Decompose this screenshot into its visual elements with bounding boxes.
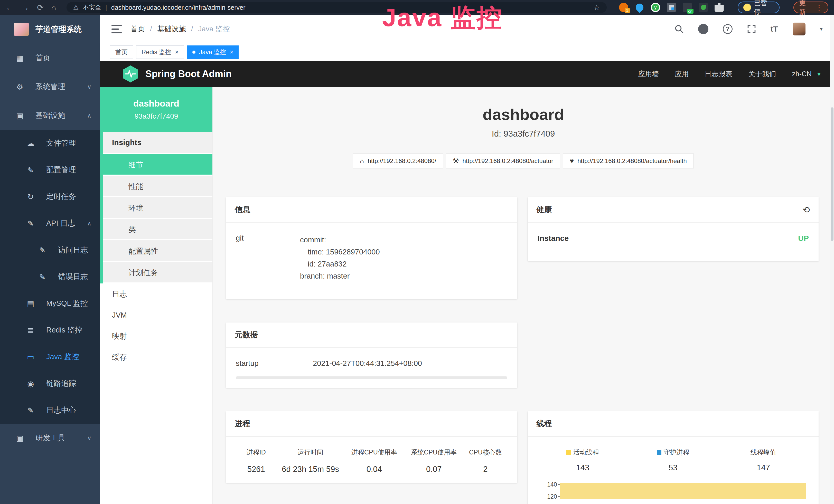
threads-chart: 140 120 100	[537, 481, 809, 504]
sidebar-item-trace[interactable]: ◉ 链路追踪	[0, 370, 100, 397]
active-dot-icon	[192, 51, 195, 54]
breadcrumb-home[interactable]: 首页	[130, 24, 145, 34]
sba-link-journal[interactable]: 日志报表	[705, 69, 732, 78]
back-icon[interactable]: ←	[6, 4, 14, 12]
endpoint-service-url[interactable]: ⌂ http://192.168.0.2:48080/	[353, 154, 443, 168]
health-row: Instance UP	[537, 234, 809, 252]
sba-navbar: Spring Boot Admin 应用墙 应用 日志报表 关于我们 zh-CN…	[100, 61, 834, 87]
sidebar-item-dev-tools[interactable]: ▣ 研发工具 ∨	[0, 423, 100, 452]
menu-item-metrics[interactable]: 性能	[103, 176, 213, 197]
github-icon[interactable]	[698, 24, 708, 34]
home-icon: ⌂	[360, 157, 364, 165]
chevron-down-icon: ∨	[87, 435, 91, 442]
page-subtitle: Id: 93a3fc7f7409	[213, 129, 834, 139]
app-logo-row[interactable]: 芋道管理系统	[0, 15, 100, 44]
extension-orange-icon[interactable]: 1	[619, 3, 628, 12]
sidebar-item-api-log[interactable]: ✎ API 日志 ∧	[0, 210, 100, 237]
sba-locale-select[interactable]: zh-CN	[792, 70, 812, 78]
address-bar[interactable]: ⚠ 不安全 | dashboard.yudao.iocoder.cn/infra…	[67, 2, 607, 13]
menu-item-classes[interactable]: 类	[103, 219, 213, 240]
extensions-puzzle-icon[interactable]	[715, 3, 724, 12]
avatar-caret-icon[interactable]: ▾	[820, 26, 823, 32]
app-sidebar: 芋道管理系统 ▦ 首页 ⚙ 系统管理 ∨ ▣ 基础设施 ∧ ☁ 文件管理	[0, 15, 100, 504]
info-key: git	[236, 234, 300, 282]
sidebar-item-files[interactable]: ☁ 文件管理	[0, 130, 100, 157]
browser-home-icon[interactable]: ⌂	[51, 4, 56, 12]
stack-icon: ≣	[26, 326, 36, 335]
scrollbar-thumb[interactable]	[831, 107, 833, 241]
sidebar-item-cron[interactable]: ↻ 定时任务	[0, 183, 100, 210]
sidebar-item-config[interactable]: ✎ 配置管理	[0, 157, 100, 183]
menu-item-scheduled-tasks[interactable]: 计划任务	[103, 262, 213, 283]
metadata-card-title: 元数据	[226, 322, 517, 348]
vertical-scrollbar[interactable]	[830, 15, 834, 504]
menu-item-environment[interactable]: 环境	[103, 197, 213, 219]
search-icon[interactable]	[675, 24, 684, 33]
extension-switch-icon[interactable]: on	[683, 3, 692, 12]
sba-link-about[interactable]: 关于我们	[748, 69, 776, 78]
paused-badge[interactable]: 已暂停	[738, 2, 780, 13]
tab-redis[interactable]: Redis 监控 ×	[136, 45, 184, 59]
extension-leaf-icon[interactable]	[699, 3, 708, 12]
help-icon[interactable]: ?	[723, 24, 732, 34]
extension-pin-icon[interactable]	[635, 3, 644, 12]
menu-item-jvm[interactable]: JVM	[100, 304, 213, 325]
extension-youdao-icon[interactable]: y	[651, 3, 660, 12]
fullscreen-icon[interactable]	[747, 24, 756, 33]
instance-name: dashboard	[133, 98, 179, 109]
sidebar-item-home[interactable]: ▦ 首页	[0, 44, 100, 72]
forward-icon[interactable]: →	[21, 4, 29, 12]
endpoint-health-url[interactable]: ♥ http://192.168.0.2:48080/actuator/heal…	[563, 154, 694, 168]
update-button[interactable]: 更新 ⋮	[793, 2, 828, 13]
bookmark-star-icon[interactable]: ☆	[594, 3, 600, 12]
sidebar-item-java[interactable]: ▭ Java 监控	[0, 344, 100, 370]
sba-link-wallboard[interactable]: 应用墙	[638, 69, 659, 78]
menu-item-caches[interactable]: 缓存	[100, 347, 213, 368]
log-edit-icon: ✎	[26, 406, 36, 415]
sidebar-item-access-log[interactable]: ✎ 访问日志	[0, 237, 100, 264]
history-icon[interactable]: ⟲	[803, 205, 810, 215]
tab-java[interactable]: Java 监控 ×	[187, 45, 239, 59]
sidebar-item-log-center[interactable]: ✎ 日志中心	[0, 397, 100, 423]
menu-item-config-props[interactable]: 配置属性	[103, 240, 213, 262]
chevron-up-icon: ∧	[87, 112, 91, 119]
extension-grid-icon[interactable]	[667, 3, 676, 12]
menu-item-mappings[interactable]: 映射	[100, 325, 213, 347]
breadcrumb: 首页 / 基础设施 / Java 监控	[130, 24, 230, 34]
info-card-title: 信息	[226, 197, 517, 223]
endpoint-actuator-url[interactable]: ⚒ http://192.168.0.2:48080/actuator	[446, 154, 560, 168]
sidebar-item-redis[interactable]: ≣ Redis 监控	[0, 317, 100, 344]
url-text: dashboard.yudao.iocoder.cn/infra/admin-s…	[111, 4, 245, 11]
status-badge: UP	[798, 234, 809, 243]
eye-icon: ◉	[26, 379, 36, 388]
edit-icon: ✎	[26, 166, 36, 175]
sidebar-item-mysql[interactable]: ▤ MySQL 监控	[0, 290, 100, 317]
hamburger-icon[interactable]	[111, 25, 122, 33]
process-card-title: 进程	[226, 411, 517, 437]
kebab-menu-icon[interactable]: ⋮	[815, 3, 823, 12]
breadcrumb-infra[interactable]: 基础设施	[157, 24, 186, 34]
health-card: 健康 ⟲ Instance UP	[528, 197, 819, 261]
chevron-up-icon: ∧	[87, 220, 91, 227]
sidebar-item-system[interactable]: ⚙ 系统管理 ∨	[0, 72, 100, 101]
font-size-icon[interactable]: tT	[771, 25, 778, 33]
instance-header[interactable]: dashboard 93a3fc7f7409	[100, 87, 213, 132]
reload-icon[interactable]: ⟳	[37, 4, 44, 12]
sidebar-item-error-log[interactable]: ✎ 错误日志	[0, 264, 100, 290]
emoji-face-icon	[743, 4, 751, 11]
tab-home[interactable]: 首页	[110, 45, 133, 59]
gear-icon: ⚙	[15, 83, 25, 91]
horizontal-scrollbar[interactable]	[236, 376, 507, 379]
live-threads-swatch	[566, 450, 571, 455]
menu-item-logs[interactable]: 日志	[100, 283, 213, 304]
sba-link-applications[interactable]: 应用	[675, 69, 688, 78]
stat-live-threads: 活动线程 143	[537, 448, 628, 473]
briefcase-icon: ▣	[15, 434, 25, 443]
sidebar-item-infra[interactable]: ▣ 基础设施 ∧	[0, 101, 100, 130]
menu-item-details[interactable]: 细节	[103, 154, 213, 176]
sba-brand[interactable]: Spring Boot Admin	[122, 65, 232, 83]
user-avatar[interactable]	[793, 23, 806, 36]
info-value: commit: time: 1596289704000 id: 27aa832 …	[300, 234, 380, 282]
close-icon[interactable]: ×	[229, 49, 233, 55]
close-icon[interactable]: ×	[175, 49, 178, 55]
